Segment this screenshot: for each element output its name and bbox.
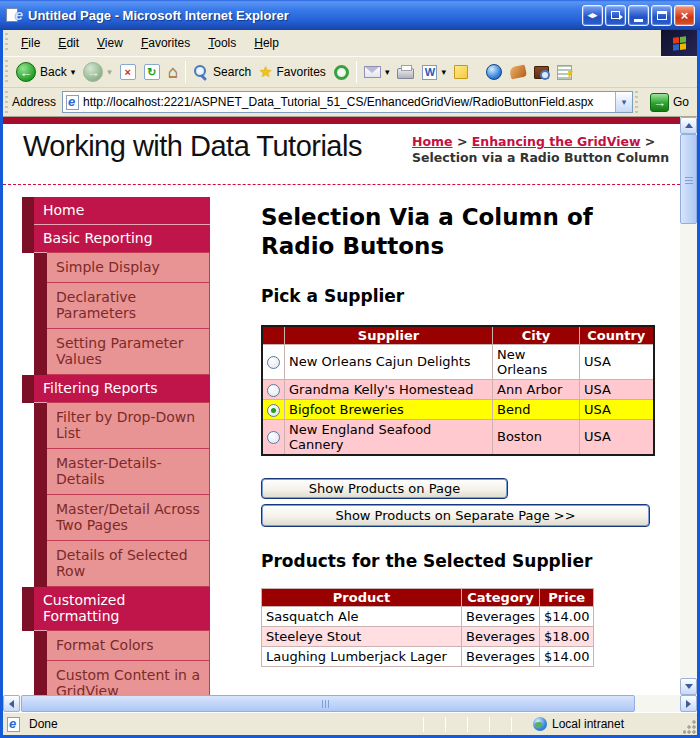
menu-edit[interactable]: Edit [49, 33, 88, 53]
breadcrumb-separator: > [453, 134, 472, 149]
supplier-radio[interactable] [267, 356, 280, 369]
favorites-button[interactable]: ★ Favorites [255, 61, 330, 83]
site-header: Working with Data Tutorials Home > Enhan… [3, 124, 680, 185]
status-text: Done [29, 717, 58, 731]
refresh-button[interactable]: ↻ [140, 62, 164, 82]
sidebar-item-master-detail-two-pages[interactable]: Master/Detail Across Two Pages [3, 495, 210, 541]
horizontal-scrollbar[interactable] [3, 695, 697, 712]
forward-icon: → [83, 62, 103, 82]
sidebar-item-customized-formatting[interactable]: Customized Formatting [3, 587, 210, 631]
suppliers-table: Supplier City Country New Orleans Cajun … [261, 325, 655, 456]
companion-icon[interactable] [509, 64, 527, 79]
nav-tab-marker [34, 495, 47, 541]
window-detach-button[interactable] [605, 5, 626, 26]
chevron-down-icon: ▾ [622, 97, 627, 107]
menu-favorites[interactable]: Favorites [132, 33, 199, 53]
go-button[interactable]: → Go [642, 93, 695, 112]
product-price: $14.00 [539, 646, 594, 666]
minimize-button[interactable] [628, 5, 649, 26]
nav-tab-marker [34, 449, 47, 495]
refresh-icon: ↻ [144, 64, 160, 80]
sidebar-item-details-of-selected-row[interactable]: Details of Selected Row [3, 541, 210, 587]
sidebar-item-filtering-reports[interactable]: Filtering Reports [3, 375, 210, 403]
sidebar-item-basic-reporting[interactable]: Basic Reporting [3, 225, 210, 253]
chevron-up-icon [685, 123, 693, 128]
back-button[interactable]: ← Back ▾ [12, 60, 79, 84]
supplier-radio[interactable] [267, 431, 280, 444]
discuss-button[interactable] [450, 63, 472, 81]
mail-button[interactable]: ▾ [360, 64, 394, 80]
menu-tools[interactable]: Tools [199, 33, 245, 53]
security-zone: Local intranet [533, 717, 683, 731]
history-button[interactable] [330, 63, 353, 82]
scroll-up-button[interactable] [680, 117, 697, 134]
printer-icon [397, 68, 414, 79]
scroll-right-button[interactable] [680, 695, 697, 712]
stop-button[interactable]: × [116, 62, 140, 82]
show-products-on-page-button[interactable]: Show Products on Page [261, 478, 508, 499]
toolbar-separator [185, 61, 186, 83]
forward-button[interactable]: → ▾ [79, 60, 116, 84]
show-products-separate-page-button[interactable]: Show Products on Separate Page >> [261, 504, 650, 527]
menu-view[interactable]: View [88, 33, 132, 53]
print-button[interactable] [393, 63, 418, 81]
toolbar-separator [356, 61, 357, 83]
product-price: $18.00 [539, 626, 594, 646]
horizontal-scroll-track[interactable] [20, 695, 680, 712]
supplier-radio[interactable] [267, 384, 280, 397]
zone-label: Local intranet [552, 717, 624, 731]
status-divider [489, 717, 490, 732]
address-dropdown-button[interactable]: ▾ [615, 92, 632, 112]
search-label: Search [213, 65, 251, 79]
sidebar-item-custom-content-gridview[interactable]: Custom Content in a GridView [3, 661, 210, 695]
note-icon [454, 65, 468, 79]
supplier-country: USA [580, 399, 654, 419]
search-button[interactable]: Search [189, 62, 255, 82]
menu-file[interactable]: File [12, 33, 49, 53]
pick-supplier-heading: Pick a Supplier [261, 286, 661, 306]
main-content: Selection Via a Column of Radio Buttons … [261, 197, 661, 695]
supplier-row: Grandma Kelly's Homestead Ann Arbor USA [262, 379, 654, 399]
address-grip[interactable] [5, 91, 8, 113]
breadcrumb-section-link[interactable]: Enhancing the GridView [472, 134, 641, 149]
country-column-header: Country [580, 326, 654, 345]
price-column-header: Price [539, 588, 594, 606]
sidebar-item-master-details-details[interactable]: Master-Details-Details [3, 449, 210, 495]
sidebar-item-setting-parameter-values[interactable]: Setting Parameter Values [3, 329, 210, 375]
horizontal-scroll-thumb[interactable] [21, 695, 635, 712]
maximize-button[interactable] [651, 5, 672, 26]
chevron-right-icon [686, 700, 691, 708]
close-button[interactable]: × [674, 5, 695, 26]
scroll-left-button[interactable] [3, 695, 20, 712]
search-icon [193, 64, 209, 80]
sidebar-item-filter-by-dropdown-list[interactable]: Filter by Drop-Down List [3, 403, 210, 449]
supplier-row-selected: Bigfoot Breweries Bend USA [262, 399, 654, 419]
vertical-scrollbar[interactable] [680, 117, 697, 695]
window-nav-arrows-button[interactable]: ◂▸ [582, 5, 603, 26]
sidebar-item-simple-display[interactable]: Simple Display [3, 253, 210, 283]
scroll-down-button[interactable] [680, 678, 697, 695]
go-grip [635, 91, 638, 113]
menu-help[interactable]: Help [245, 33, 288, 53]
resize-grip[interactable] [683, 719, 697, 735]
sidebar-item-declarative-parameters[interactable]: Declarative Parameters [3, 283, 210, 329]
messenger-icon[interactable] [486, 64, 502, 80]
sidebar-item-format-colors[interactable]: Format Colors [3, 631, 210, 661]
research-book-icon[interactable] [534, 66, 549, 79]
breadcrumb-home-link[interactable]: Home [412, 134, 453, 149]
address-input[interactable]: e http://localhost:2221/ASPNET_Data_Tuto… [62, 91, 633, 113]
script-debug-icon[interactable] [557, 65, 572, 80]
windows-flag-icon [673, 36, 686, 50]
vertical-scroll-track[interactable] [680, 134, 697, 678]
edit-with-word-button[interactable]: W ▾ [418, 63, 450, 82]
title-bar: e Untitled Page - Microsoft Internet Exp… [0, 0, 700, 30]
page-content: Working with Data Tutorials Home > Enhan… [3, 117, 680, 695]
toolbar-grip[interactable] [5, 60, 8, 84]
sidebar-item-home[interactable]: Home [3, 197, 210, 225]
menu-grip[interactable] [5, 33, 8, 53]
supplier-radio-selected[interactable] [267, 404, 280, 417]
vertical-scroll-thumb[interactable] [680, 134, 697, 224]
product-name: Steeleye Stout [262, 626, 462, 646]
nav-tab-marker [34, 403, 47, 449]
home-button[interactable]: ⌂ [164, 60, 182, 84]
